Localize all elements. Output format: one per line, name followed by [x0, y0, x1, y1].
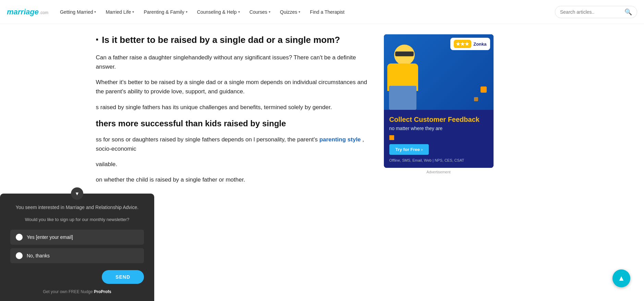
nav-link-counseling-help[interactable]: Counseling & Help ▾ [192, 0, 245, 24]
site-logo[interactable]: marriage .com [7, 8, 48, 16]
main-wrapper: ▪ Is it better to be raised by a single … [82, 24, 562, 201]
chevron-down-icon: ▾ [94, 10, 96, 14]
chevron-down-icon: ▾ [299, 10, 300, 14]
question-heading: Is it better to be raised by a single da… [102, 34, 340, 46]
ad-box: ★★★ Zonka Collect Customer Feedback no m… [384, 34, 494, 168]
logo-text: marriage [7, 8, 39, 16]
ad-subtitle: no matter where they are [389, 126, 488, 131]
section-question: ▪ Is it better to be raised by a single … [96, 34, 370, 46]
article-para-5: vailable. [96, 160, 370, 169]
nav-link-parenting-family[interactable]: Parenting & Family ▾ [139, 0, 192, 24]
navbar: marriage .com Getting Married ▾ Married … [0, 0, 644, 24]
nudge-popup: ▼ You seem interested in Marriage and Re… [0, 194, 154, 201]
nav-links: Getting Married ▾ Married Life ▾ Parenti… [55, 0, 555, 24]
nav-item-quizzes: Quizzes ▾ [275, 0, 305, 24]
nav-item-find-therapist: Find a Therapist [305, 0, 349, 24]
chevron-down-icon: ▾ [186, 10, 187, 14]
chevron-down-icon: ▾ [238, 10, 240, 14]
article-para-2: Whether it's better to be raised by a si… [96, 78, 370, 96]
chevron-down-icon: ▾ [132, 10, 134, 14]
article-para-3: s raised by single fathers has its uniqu… [96, 103, 370, 112]
ad-title: Collect Customer Feedback [389, 115, 488, 124]
ad-features: Offline, SMS, Email, Web | NPS, CES, CSA… [389, 158, 488, 162]
article-para-4: ss for sons or daughters raised by singl… [96, 135, 370, 153]
nav-link-courses[interactable]: Courses ▾ [245, 0, 275, 24]
search-bar: 🔍 [555, 6, 637, 18]
nav-item-getting-married: Getting Married ▾ [55, 0, 101, 24]
chevron-down-icon: ▾ [269, 10, 270, 14]
ad-brand-badge: ★★★ Zonka [450, 38, 490, 50]
nav-link-getting-married[interactable]: Getting Married ▾ [55, 0, 101, 24]
nav-item-married-life: Married Life ▾ [101, 0, 139, 24]
article-para-1: Can a father raise a daughter singlehand… [96, 53, 370, 71]
logo-com: .com [39, 10, 48, 15]
ad-stars: ★★★ [454, 40, 471, 48]
article-para-6: on whether the child is raised by a sing… [96, 175, 370, 184]
ad-image-area: ★★★ Zonka [384, 34, 494, 110]
bullet-icon: ▪ [96, 35, 99, 44]
ad-orange-square [389, 135, 394, 140]
search-input[interactable] [560, 9, 622, 15]
ad-label: Advertisement [384, 170, 494, 174]
sidebar: ★★★ Zonka Collect Customer Feedback no m… [384, 34, 494, 191]
nav-link-quizzes[interactable]: Quizzes ▾ [275, 0, 305, 24]
article-content: ▪ Is it better to be raised by a single … [96, 34, 370, 191]
search-button[interactable]: 🔍 [624, 8, 632, 16]
ad-try-free-button[interactable]: Try for Free › [389, 144, 429, 155]
nav-item-courses: Courses ▾ [245, 0, 275, 24]
nav-link-find-therapist[interactable]: Find a Therapist [305, 0, 349, 24]
parenting-style-link[interactable]: parenting style [319, 136, 361, 143]
nav-link-married-life[interactable]: Married Life ▾ [101, 0, 139, 24]
sub-heading: thers more successful than kids raised b… [96, 118, 370, 129]
nav-item-parenting-family: Parenting & Family ▾ [139, 0, 192, 24]
ad-content: Collect Customer Feedback no matter wher… [384, 110, 494, 168]
ad-brand-name: Zonka [473, 42, 486, 47]
nudge-toggle-button[interactable]: ▼ [71, 187, 83, 200]
nav-item-counseling-help: Counseling & Help ▾ [192, 0, 245, 24]
